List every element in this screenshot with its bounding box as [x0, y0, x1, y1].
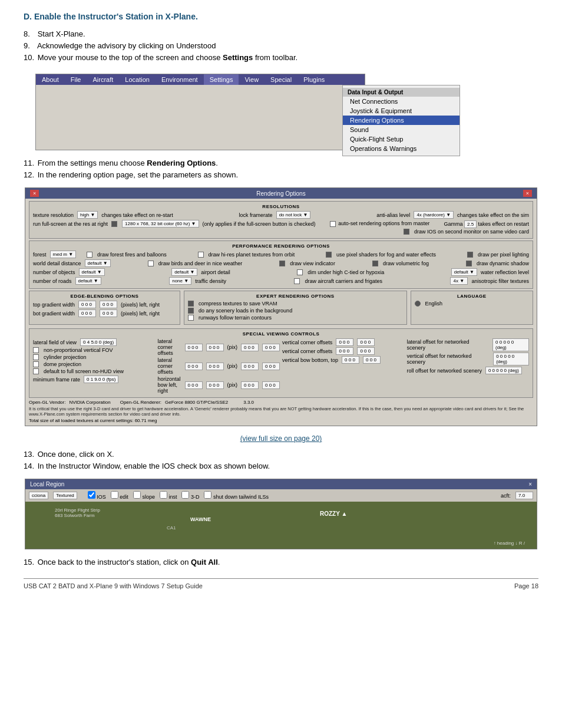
language-radio[interactable]	[415, 301, 421, 307]
lock-value[interactable]: do not lock ▼	[276, 211, 311, 219]
dim-under-cloud-checkbox[interactable]	[297, 269, 303, 275]
ios-checkbox[interactable]	[88, 491, 95, 499]
local-close-btn[interactable]: ×	[528, 481, 532, 487]
dialog-close-button[interactable]: ×	[30, 190, 39, 197]
toolbar-location[interactable]: Location	[119, 74, 156, 85]
objects-value[interactable]: default ▼	[79, 268, 105, 276]
scenery-checkbox[interactable]	[188, 308, 194, 314]
gamma-section: Gamma 2.5 takes effect on restart	[444, 221, 529, 227]
vco2-v2[interactable]: 0 0 0	[357, 347, 375, 355]
tg-v2[interactable]: 0 0 0	[100, 301, 117, 308]
hb-v2[interactable]: 0 0 0	[206, 381, 224, 389]
tg-v1[interactable]: 0 0 0	[78, 301, 96, 308]
toolbar-view[interactable]: View	[239, 74, 265, 85]
world-detail-row: world detail distance default ▼ draw bir…	[33, 259, 529, 267]
lon-value[interactable]: 0 0 0 0 0 (deg)	[492, 338, 529, 351]
lco2-v4[interactable]: 0 0 0	[262, 363, 280, 370]
anisotropic-value[interactable]: 4x ▼	[450, 277, 468, 285]
tab-textured[interactable]: Textured	[53, 492, 77, 499]
shutdown-checkbox[interactable]	[204, 491, 211, 499]
traffic-density-value[interactable]: none ▼	[169, 277, 191, 285]
toolbar-environment[interactable]: Environment	[156, 74, 204, 85]
vb-v1[interactable]: 0 0 0	[342, 356, 359, 364]
draw-ios-checkbox[interactable]	[404, 229, 409, 235]
bg-v2[interactable]: 0 0 0	[100, 309, 117, 317]
min-frame-value[interactable]: 0 1 9.0 0 (fps)	[84, 375, 118, 383]
toolbar-settings[interactable]: Settings	[204, 74, 239, 85]
hb-v4[interactable]: 0 0 0	[262, 381, 280, 389]
volumetric-fog-checkbox[interactable]	[372, 261, 378, 266]
forest-value[interactable]: med m ▼	[50, 251, 77, 258]
aircraft-carriers-checkbox[interactable]	[294, 278, 300, 284]
toolbar-about[interactable]: About	[36, 74, 65, 85]
lco-v4[interactable]: 0 0 0	[262, 344, 280, 351]
draw-hires-checkbox[interactable]	[198, 252, 204, 258]
local-dialog-title: Local Region	[30, 481, 64, 487]
lco-v2[interactable]: 0 0 0	[206, 344, 224, 351]
compress-checkbox[interactable]	[188, 301, 194, 307]
step-15-list: 15. Once back to the instructor's statio…	[24, 558, 538, 566]
view-indicator-checkbox[interactable]	[279, 261, 285, 266]
np-fov-checkbox[interactable]	[33, 347, 39, 353]
hb-v1[interactable]: 0 0 0	[185, 381, 203, 389]
roads-value[interactable]: default ▼	[75, 277, 101, 285]
dd-net-connections[interactable]: Net Connections	[343, 97, 459, 106]
vco-v2[interactable]: 0 0 0	[357, 338, 375, 346]
hb-v3[interactable]: 0 0 0	[241, 381, 259, 389]
resolution-value[interactable]: 1280 x 768, 32 bit color (60 hz) ▼	[122, 220, 199, 228]
anti-alias-value[interactable]: 4x (hardcore) ▼	[414, 211, 454, 219]
lco-v1[interactable]: 0 0 0	[185, 344, 203, 351]
lco-v3[interactable]: 0 0 0	[241, 344, 259, 351]
step-num-11: 11.	[24, 159, 35, 167]
von-value[interactable]: 0 0 0 0 0 (deg)	[493, 353, 529, 365]
toolbar-screenshot: About File Aircraft Location Environment…	[35, 74, 365, 150]
runways-checkbox[interactable]	[188, 315, 194, 321]
dialog-title: Rendering Options	[256, 190, 305, 197]
acft-value[interactable]: 7.0	[515, 492, 533, 499]
texture-value[interactable]: high ▼	[77, 211, 98, 219]
airport-detail-value[interactable]: default ▼	[171, 268, 197, 276]
birds-checkbox[interactable]	[148, 261, 154, 266]
dynamic-shadow-checkbox[interactable]	[466, 261, 472, 266]
world-detail-value[interactable]: default ▼	[85, 259, 111, 267]
dialog-close-button-right[interactable]: ×	[523, 190, 532, 197]
water-reflection-value[interactable]: default ▼	[451, 268, 477, 276]
cylinder-checkbox[interactable]	[33, 354, 39, 360]
vb-v2[interactable]: 0 0 0	[363, 356, 381, 364]
tab-cciona[interactable]: cciona	[29, 492, 48, 499]
pixel-shaders-checkbox[interactable]	[326, 252, 332, 258]
bg-v1[interactable]: 0 0 0	[78, 309, 96, 317]
vco2-v1[interactable]: 0 0 0	[336, 347, 353, 355]
draw-ios-label: draw IOS on second monitor on same video…	[414, 229, 529, 235]
step-num-12: 12.	[24, 170, 35, 179]
gamma-value[interactable]: 2.5	[464, 220, 477, 228]
ron-value[interactable]: 0 0 0 0 0 (deg)	[485, 367, 522, 374]
inst-checkbox[interactable]	[160, 491, 167, 499]
lco2-v1[interactable]: 0 0 0	[185, 363, 203, 370]
edit-checkbox[interactable]	[111, 491, 118, 499]
vert-offset-net-row: vertical offset for networked scenery 0 …	[407, 353, 530, 365]
dd-sound[interactable]: Sound	[343, 125, 459, 134]
3d-checkbox[interactable]	[181, 491, 189, 499]
lco2-v2[interactable]: 0 0 0	[206, 363, 224, 370]
view-fullsize-link[interactable]: (view full size on page 20)	[24, 434, 538, 443]
toolbar-file[interactable]: File	[65, 74, 87, 85]
auto-rendering-checkbox[interactable]	[330, 221, 336, 227]
pixel-lighting-checkbox[interactable]	[467, 252, 473, 258]
slope-checkbox[interactable]	[133, 491, 141, 499]
toolbar-special[interactable]: Special	[265, 74, 297, 85]
draw-fires-checkbox[interactable]	[87, 252, 92, 258]
view-indicator-label: draw view indicator	[290, 261, 335, 266]
dd-rendering-options[interactable]: Rendering Options	[343, 116, 459, 125]
vco-v1[interactable]: 0 0 0	[336, 338, 353, 346]
dd-joystick[interactable]: Joystick & Equipment	[343, 106, 459, 116]
fullscreen-checkbox[interactable]	[111, 221, 117, 227]
default-full-checkbox[interactable]	[33, 368, 39, 374]
dd-quickflight[interactable]: Quick-Flight Setup	[343, 134, 459, 144]
lateral-fov-value[interactable]: 0 4 5.0 0 (deg)	[80, 338, 117, 346]
lco2-v3[interactable]: 0 0 0	[241, 363, 259, 370]
toolbar-aircraft[interactable]: Aircraft	[87, 74, 119, 85]
dome-checkbox[interactable]	[33, 361, 39, 367]
toolbar-plugins[interactable]: Plugins	[297, 74, 330, 85]
dd-operations[interactable]: Operations & Warnings	[343, 144, 459, 153]
